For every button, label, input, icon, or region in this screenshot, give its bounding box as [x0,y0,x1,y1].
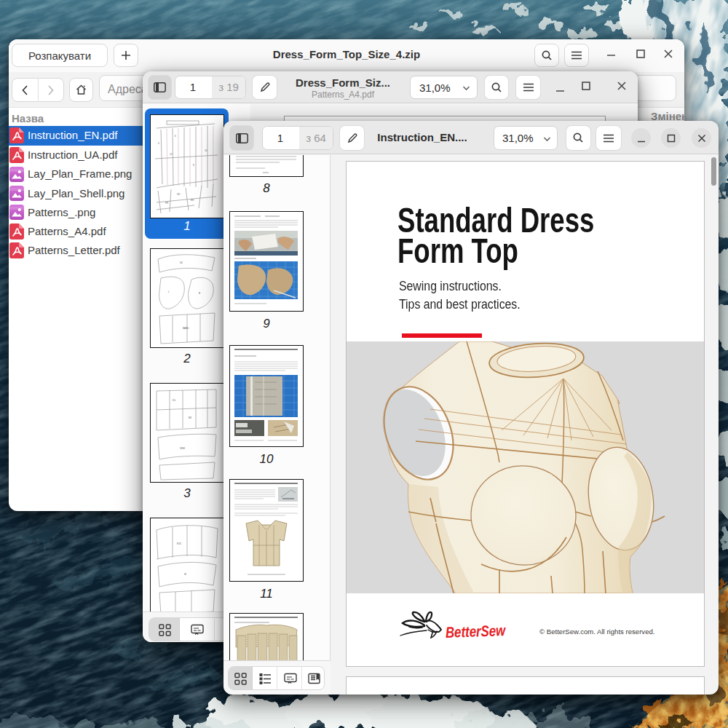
svg-text:4: 4 [158,142,159,145]
svg-text:SD: SD [177,193,181,196]
svg-text:R: R [199,292,201,295]
svg-text:NT4: NT4 [177,542,181,545]
svg-text:M2: M2 [189,416,191,419]
svg-text:S4: S4 [180,261,183,264]
svg-text:8: 8 [193,164,194,167]
svg-text:L: L [168,290,170,293]
svg-text:12: 12 [170,153,173,156]
svg-text:SIDE: SIDE [180,447,185,450]
svg-text:6: 6 [175,135,176,138]
svg-text:10: 10 [205,149,207,152]
svg-text:BK: BK [191,199,194,202]
svg-text:BAND: BAND [183,327,189,330]
svg-text:8.5: 8.5 [173,399,176,402]
svg-text:W: W [184,573,186,576]
svg-text:FR: FR [165,202,169,205]
